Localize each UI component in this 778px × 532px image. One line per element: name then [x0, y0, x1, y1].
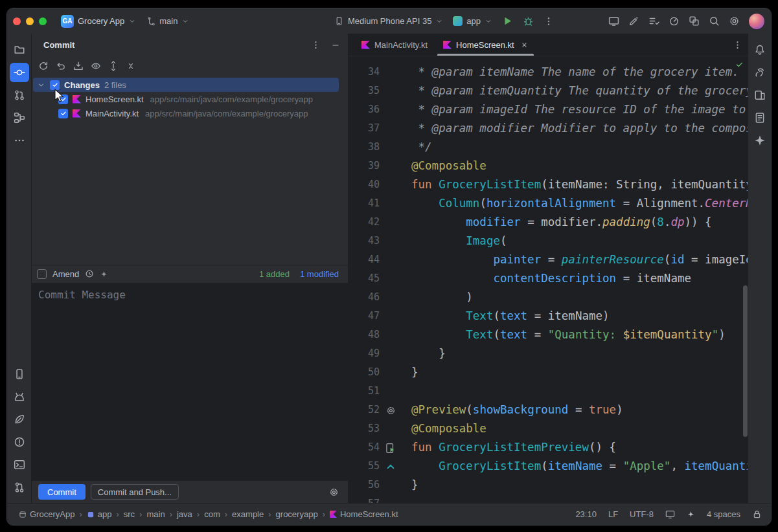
code-line[interactable]: 37 * @param modifier Modifier to apply t… — [349, 119, 749, 138]
user-avatar[interactable] — [749, 14, 764, 29]
code-line[interactable]: 34 * @param itemName The name of the gro… — [349, 63, 749, 82]
cursor-position[interactable]: 23:10 — [575, 509, 597, 519]
gutter-up-arrow-icon[interactable] — [385, 461, 396, 472]
file-checkbox[interactable] — [58, 109, 68, 118]
code-line[interactable]: 52@Preview(showBackground = true) — [349, 401, 749, 419]
line-number[interactable]: 51 — [349, 382, 380, 401]
commit-message-input[interactable]: Commit Message — [32, 283, 348, 482]
device-selector[interactable]: Medium Phone API 35 — [334, 16, 443, 26]
line-number[interactable]: 42 — [349, 213, 380, 232]
code-line[interactable]: 43 Image( — [349, 232, 749, 250]
breadcrumb-item[interactable]: src — [124, 509, 135, 519]
generate-commit-message-icon[interactable] — [100, 270, 108, 278]
line-number[interactable]: 48 — [349, 326, 380, 344]
structure-icon[interactable] — [10, 108, 29, 127]
debug-button[interactable] — [523, 16, 534, 27]
rollback-icon[interactable] — [53, 59, 69, 73]
line-number[interactable]: 55 — [349, 457, 380, 476]
app-quality-insights-icon[interactable] — [10, 410, 29, 429]
profiler-icon[interactable] — [669, 16, 680, 27]
code-line[interactable]: 39@Composable — [349, 157, 749, 175]
collapse-all-icon[interactable] — [123, 59, 139, 73]
project-tool-icon[interactable] — [10, 40, 29, 60]
line-number[interactable]: 43 — [349, 232, 380, 250]
code-line[interactable]: 44 painter = painterResource(id = imageI… — [349, 250, 749, 269]
file-encoding[interactable]: UTF-8 — [630, 509, 654, 519]
line-number[interactable]: 54 — [349, 438, 380, 457]
run-button[interactable] — [502, 16, 513, 27]
code-line[interactable]: 38 */ — [349, 138, 749, 157]
code-line[interactable]: 46 ) — [349, 288, 749, 307]
line-number[interactable]: 44 — [349, 250, 380, 269]
task-list-icon[interactable] — [648, 16, 659, 27]
changed-file-row[interactable]: HomeScreen.ktapp/src/main/java/com/examp… — [32, 92, 348, 106]
line-number[interactable]: 49 — [349, 344, 380, 363]
line-number[interactable]: 45 — [349, 269, 380, 288]
commit-history-icon[interactable] — [85, 269, 94, 278]
line-number[interactable]: 57 — [349, 494, 380, 503]
expand-all-icon[interactable] — [106, 59, 121, 73]
preview-diff-icon[interactable] — [88, 59, 104, 73]
code-line[interactable]: 56} — [349, 476, 749, 494]
breadcrumb-item[interactable]: GroceryApp — [19, 509, 74, 519]
code-line[interactable]: 42 modifier = modifier.padding(8.dp)) { — [349, 213, 749, 232]
code-line[interactable]: 54fun GroceryListItemPreview() { — [349, 438, 749, 457]
line-number[interactable]: 34 — [349, 63, 380, 82]
tab-list-icon[interactable] — [733, 34, 742, 56]
breadcrumb-item[interactable]: main — [146, 509, 165, 519]
ai-status-icon[interactable] — [687, 510, 695, 518]
line-number[interactable]: 37 — [349, 119, 380, 138]
line-number[interactable]: 50 — [349, 363, 380, 382]
line-number[interactable]: 39 — [349, 157, 380, 175]
running-devices-icon[interactable] — [10, 364, 29, 384]
commit-button[interactable]: Commit — [38, 484, 86, 500]
search-everywhere-icon[interactable] — [709, 16, 720, 27]
code-line[interactable]: 35 * @param itemQuantity The quantity of… — [349, 82, 749, 100]
run-config-selector[interactable]: app — [453, 16, 492, 26]
breadcrumb-item[interactable]: groceryapp — [276, 509, 318, 519]
breadcrumb-item[interactable]: java — [177, 509, 192, 519]
more-tool-windows-icon[interactable] — [10, 131, 29, 150]
code-line[interactable]: 55 GroceryListItem(itemName = "Apple", i… — [349, 457, 749, 476]
line-number[interactable]: 41 — [349, 194, 380, 213]
layout-inspector-icon[interactable] — [689, 16, 700, 27]
changes-group-row[interactable]: Changes 2 files — [32, 78, 348, 92]
tab-close-icon[interactable] — [521, 41, 528, 49]
refresh-icon[interactable] — [36, 59, 51, 73]
device-manager-icon[interactable] — [750, 85, 770, 105]
line-number[interactable]: 40 — [349, 175, 380, 194]
preview-settings-icon[interactable] — [385, 405, 396, 416]
line-number[interactable]: 46 — [349, 288, 380, 307]
branch-selector[interactable]: main — [146, 16, 189, 26]
more-run-actions-icon[interactable] — [543, 16, 554, 27]
code-line[interactable]: 36 * @param imageId The resource ID of t… — [349, 100, 749, 119]
problems-icon[interactable] — [10, 432, 29, 452]
notifications-icon[interactable] — [750, 40, 770, 60]
version-control-icon[interactable] — [10, 478, 29, 497]
expand-chevron-icon[interactable] — [37, 81, 45, 89]
breadcrumb-item[interactable]: app — [87, 509, 112, 519]
file-checkbox[interactable] — [58, 94, 68, 104]
line-number[interactable]: 38 — [349, 138, 380, 157]
code-line[interactable]: 41 Column(horizontalAlignment = Alignmen… — [349, 194, 749, 213]
zoom-window-button[interactable] — [39, 17, 47, 25]
code-line[interactable]: 40fun GroceryListItem(itemName: String, … — [349, 175, 749, 194]
commit-and-push-button[interactable]: Commit and Push... — [91, 484, 179, 500]
code-line[interactable]: 50} — [349, 363, 749, 382]
editor-tab-mainactivity-kt[interactable]: MainActivity.kt — [354, 34, 435, 56]
line-separator[interactable]: LF — [608, 509, 618, 519]
screen-reader-icon[interactable] — [665, 509, 675, 519]
line-number[interactable]: 35 — [349, 82, 380, 100]
run-preview-icon[interactable] — [385, 442, 396, 454]
line-number[interactable]: 52 — [349, 401, 380, 419]
changed-file-row[interactable]: MainActivity.ktapp/src/main/java/com/exa… — [32, 106, 348, 120]
code-line[interactable]: 48 Text(text = "Quantity: $itemQuantity"… — [349, 326, 749, 344]
indent-info[interactable]: 4 spaces — [707, 509, 740, 519]
code-editor[interactable]: 34 * @param itemName The name of the gro… — [349, 56, 749, 503]
editor-scrollbar[interactable] — [743, 285, 748, 437]
code-line[interactable]: 53@Composable — [349, 419, 749, 438]
device-explorer-icon[interactable] — [750, 108, 770, 127]
line-number[interactable]: 53 — [349, 419, 380, 438]
close-window-button[interactable] — [13, 17, 21, 25]
gemini-icon[interactable] — [750, 131, 770, 150]
